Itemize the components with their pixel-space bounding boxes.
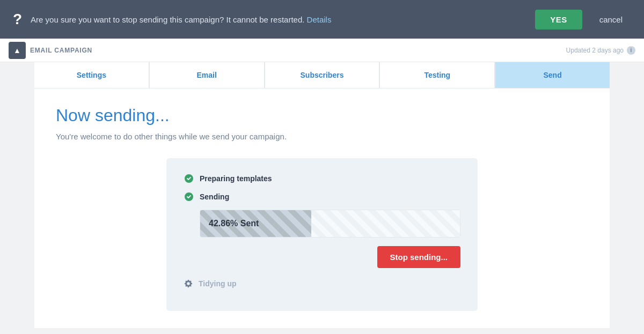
status-sending-label: Sending [200,192,229,201]
now-sending-title: Now sending... [56,106,588,125]
status-tidying: Tidying up [184,279,460,288]
progress-bar-container: 42.86% Sent [200,210,460,237]
yes-button[interactable]: YES [535,10,582,29]
question-mark-icon: ? [13,11,22,28]
header-left: ▲ EMAIL CAMPAIGN [9,42,92,59]
status-preparing-label: Preparing templates [200,174,272,183]
info-icon: i [627,46,635,55]
cancel-button[interactable]: cancel [591,10,631,29]
gear-icon-tidying [184,279,193,288]
main-content: Now sending... You're welcome to do othe… [34,88,610,328]
status-preparing: Preparing templates [184,173,460,184]
updated-info: Updated 2 days ago i [566,46,635,55]
progress-remaining [311,210,460,237]
subtitle: You're welcome to do other things while … [56,132,588,141]
check-icon-sending [184,191,194,202]
confirmation-banner: ? Are you sure you want to stop sending … [0,0,644,39]
header-bar: ▲ EMAIL CAMPAIGN Updated 2 days ago i [0,39,644,62]
status-sending: Sending [184,191,460,202]
step-settings[interactable]: Settings [34,62,149,88]
step-subscribers[interactable]: Subscribers [265,62,379,88]
check-icon-preparing [184,173,194,184]
progress-label: 42.86% Sent [209,219,259,228]
step-testing[interactable]: Testing [380,62,494,88]
stop-sending-button[interactable]: Stop sending... [377,246,461,268]
collapse-button[interactable]: ▲ [9,42,26,59]
campaign-type-label: EMAIL CAMPAIGN [30,47,92,54]
details-link[interactable]: Details [307,15,332,24]
status-card: Preparing templates Sending 42.86% Sent … [166,158,478,311]
step-email[interactable]: Email [150,62,264,88]
status-tidying-label: Tidying up [199,279,237,288]
banner-message: Are you sure you want to stop sending th… [31,15,526,24]
step-send[interactable]: Send [495,62,610,88]
updated-text: Updated 2 days ago [566,47,624,54]
stop-button-row: Stop sending... [184,246,460,268]
progress-fill: 42.86% Sent [200,210,311,237]
steps-bar: Settings Email Subscribers Testing Send [34,62,610,88]
